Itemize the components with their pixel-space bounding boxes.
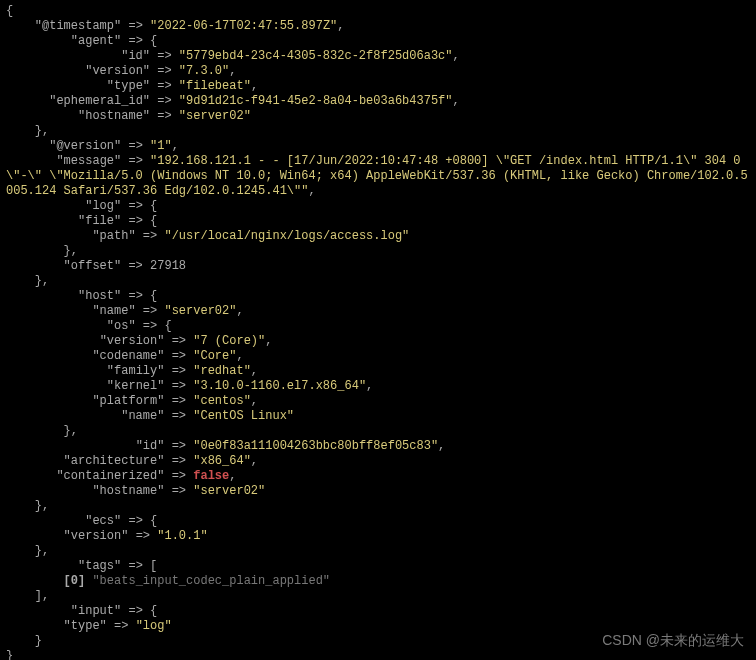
log-output: { "@timestamp" => "2022-06-17T02:47:55.8… [6,4,750,660]
